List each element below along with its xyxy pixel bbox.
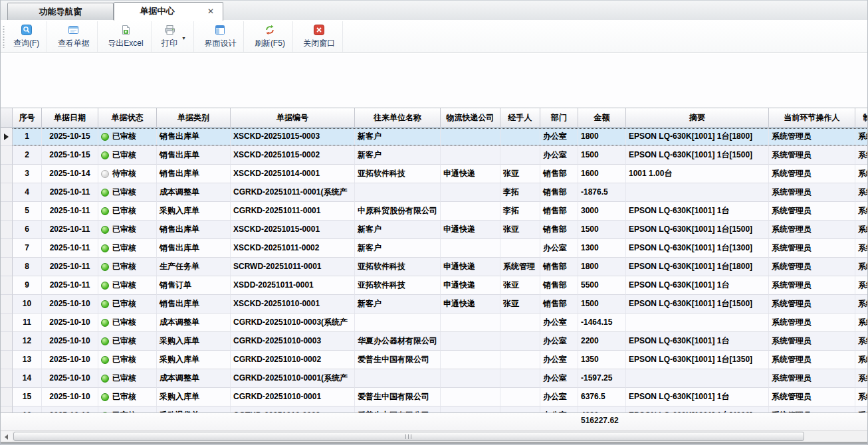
- column-header[interactable]: 序号: [13, 108, 42, 128]
- table-row[interactable]: 42025-10-11已审核成本调整单CGRKD-20251011-0001(系…: [1, 183, 868, 202]
- table-row[interactable]: 62025-10-11已审核销售出库单XSCKD-20251015-0001新客…: [1, 221, 868, 239]
- table-row[interactable]: 132025-10-10已审核采购入库单CGRKD-20251010-0002爱…: [1, 351, 868, 369]
- column-header[interactable]: 摘要: [626, 108, 769, 128]
- search-icon: [21, 24, 32, 36]
- table-cell: [500, 128, 540, 146]
- table-cell: 销售出库单: [157, 239, 231, 258]
- print-button[interactable]: 打印 ▼: [154, 21, 194, 52]
- table-cell: 系统管理员: [855, 313, 868, 332]
- column-header[interactable]: 物流快递公司: [441, 108, 500, 128]
- table-cell: EPSON LQ-630K[1001] 1台[1800]: [626, 128, 769, 146]
- table-cell: 1600: [578, 165, 626, 183]
- table-cell: CGRKD-20251011-0001(系统产: [231, 183, 355, 202]
- table-cell: [500, 369, 540, 388]
- table-cell: 系统管理员: [769, 276, 855, 295]
- table-cell: [500, 332, 540, 351]
- table-row[interactable]: 12025-10-15已审核销售出库单XSCKD-20251015-0003新客…: [1, 128, 868, 146]
- query-button[interactable]: 查询(F): [6, 21, 47, 52]
- column-header[interactable]: 金额: [578, 108, 626, 128]
- close-window-button[interactable]: 关闭窗口: [296, 21, 343, 52]
- table-cell: 1001 1.00台: [626, 165, 769, 183]
- table-cell: 2200: [578, 332, 626, 351]
- table-cell: XSDD-20251011-0001: [231, 276, 355, 295]
- table-row[interactable]: 142025-10-10已审核成本调整单CGRKD-20251010-0001(…: [1, 369, 868, 388]
- tab-document-center[interactable]: 单据中心 ✕: [114, 2, 223, 21]
- table-row[interactable]: 32025-10-14待审核销售出库单XSCKD-20251014-0001亚拓…: [1, 165, 868, 183]
- row-indicator: [1, 183, 13, 202]
- table-cell: [355, 183, 441, 202]
- table-cell: 已审核: [98, 146, 157, 165]
- table-cell: 已审核: [98, 276, 157, 295]
- export-excel-button[interactable]: 导出Excel: [100, 21, 151, 52]
- table-cell: XSCKD-20251015-0003: [231, 128, 355, 146]
- table-cell: 成本调整单: [157, 369, 231, 388]
- refresh-button[interactable]: 刷新(F5): [247, 21, 293, 52]
- horizontal-scrollbar[interactable]: [1, 430, 868, 442]
- table-cell: CGRKD-20251010-0003(系统产: [231, 313, 355, 332]
- table-cell: [441, 332, 500, 351]
- column-header[interactable]: 当前环节操作人: [769, 108, 855, 128]
- print-dropdown-icon[interactable]: ▼: [181, 36, 186, 41]
- column-header[interactable]: 单据类别: [157, 108, 231, 128]
- column-header[interactable]: 单据编号: [231, 108, 355, 128]
- table-row[interactable]: 162025-10-10已审核采购退货单CGTHD-20251010-0002爱…: [1, 406, 868, 412]
- table-row[interactable]: 122025-10-10已审核采购入库单CGRKD-20251010-0003华…: [1, 332, 868, 351]
- table-cell: 系统管理员: [855, 351, 868, 369]
- table-row[interactable]: 72025-10-11已审核销售出库单XSCKD-20251011-0002新客…: [1, 239, 868, 258]
- row-indicator: [1, 202, 13, 221]
- table-cell: 张亚: [500, 221, 540, 239]
- table-cell: 1500: [578, 295, 626, 313]
- view-document-button[interactable]: 查看单据: [51, 21, 98, 52]
- tab-close-icon[interactable]: ✕: [205, 6, 216, 17]
- table-cell: 系统管理员: [769, 239, 855, 258]
- column-header[interactable]: 制单人: [855, 108, 868, 128]
- table-row[interactable]: 22025-10-15已审核销售出库单XSCKD-20251015-0002新客…: [1, 146, 868, 165]
- table-cell: 爱普生中国有限公司: [355, 406, 441, 412]
- column-header[interactable]: 单据状态: [98, 108, 157, 128]
- table-row[interactable]: 112025-10-10已审核成本调整单CGRKD-20251010-0003(…: [1, 313, 868, 332]
- table-cell: EPSON LQ-630K[1001] 1台: [626, 332, 769, 351]
- table-cell: [441, 128, 500, 146]
- table-cell: 系统管理员: [855, 128, 868, 146]
- document-view-icon: [68, 24, 79, 36]
- table-cell: 2025-10-11: [42, 183, 98, 202]
- table-cell: 亚拓软件科技: [355, 258, 441, 276]
- column-header[interactable]: 部门: [540, 108, 578, 128]
- table-cell: XSCKD-20251014-0001: [231, 165, 355, 183]
- table-cell: 采购退货单: [157, 406, 231, 412]
- table-cell: 采购入库单: [157, 202, 231, 221]
- table-cell: 系统管理员: [855, 165, 868, 183]
- column-header[interactable]: 单据日期: [42, 108, 98, 128]
- button-label: 打印: [162, 38, 177, 49]
- table-row[interactable]: 82025-10-11已审核生产任务单SCRWD-20251011-0001亚拓…: [1, 258, 868, 276]
- button-label: 关闭窗口: [303, 38, 335, 49]
- table-cell: [626, 369, 769, 388]
- table-cell: SCRWD-20251011-0001: [231, 258, 355, 276]
- table-cell: 待审核: [98, 165, 157, 183]
- table-cell: 3000: [578, 202, 626, 221]
- table-row[interactable]: 152025-10-10已审核采购入库单CGRKD-20251010-0001爱…: [1, 388, 868, 406]
- column-header[interactable]: 经手人: [500, 108, 540, 128]
- table-row[interactable]: 102025-10-10已审核销售出库单XSCKD-20251010-0001新…: [1, 295, 868, 313]
- table-cell: 7: [13, 239, 42, 258]
- table-row[interactable]: 52025-10-11已审核采购入库单CGRKD-20251011-0001中原…: [1, 202, 868, 221]
- table-row[interactable]: 92025-10-11已审核销售订单XSDD-20251011-0001亚拓软件…: [1, 276, 868, 295]
- toolbar-grip[interactable]: [3, 25, 5, 48]
- tab-bar: 功能导航窗 单据中心 ✕: [1, 0, 868, 20]
- table-cell: CGRKD-20251010-0002: [231, 351, 355, 369]
- scrollbar-grip-icon: [405, 434, 413, 439]
- table-cell: 采购入库单: [157, 351, 231, 369]
- scrollbar-thumb[interactable]: [13, 432, 804, 441]
- tab-function-nav[interactable]: 功能导航窗: [7, 3, 114, 21]
- table-cell: [441, 406, 500, 412]
- scroll-left-button[interactable]: [1, 432, 12, 442]
- table-cell: XSCKD-20251015-0002: [231, 146, 355, 165]
- table-cell: [441, 313, 500, 332]
- column-header[interactable]: 往来单位名称: [355, 108, 441, 128]
- table-cell: 新客户: [355, 128, 441, 146]
- close-window-icon: [314, 24, 324, 36]
- status-pending-icon: [101, 170, 109, 178]
- ui-design-button[interactable]: 界面设计: [197, 21, 244, 52]
- table-cell: 办公室: [540, 239, 578, 258]
- tab-label: 功能导航窗: [39, 7, 82, 17]
